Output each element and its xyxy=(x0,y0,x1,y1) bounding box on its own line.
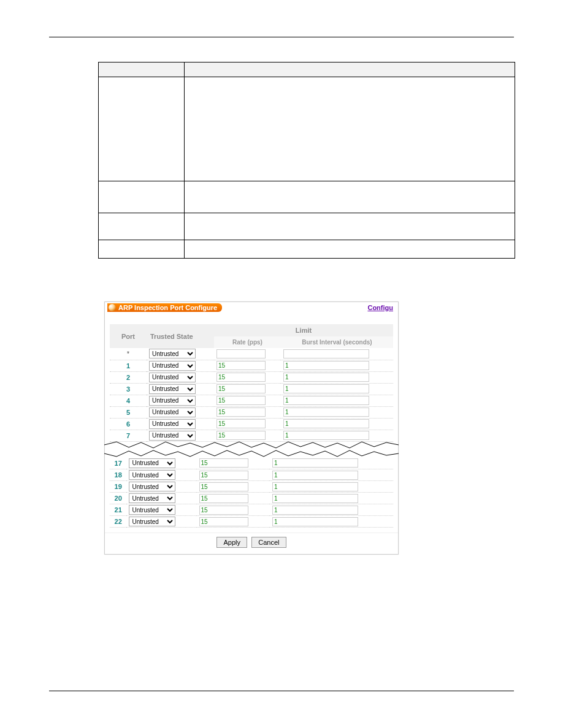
trusted-state-select[interactable]: Untrusted xyxy=(149,384,196,394)
port-cell: 5 xyxy=(110,406,147,418)
burst-cell xyxy=(281,348,393,360)
rate-cell xyxy=(214,383,281,395)
trusted-state-select[interactable]: Untrusted xyxy=(129,493,175,503)
rate-cell xyxy=(214,418,281,430)
rate-input[interactable] xyxy=(216,396,266,405)
rate-cell xyxy=(214,360,281,371)
burst-input[interactable] xyxy=(283,431,369,440)
rate-input[interactable] xyxy=(216,349,266,358)
button-row: Apply Cancel xyxy=(105,533,398,554)
burst-input[interactable] xyxy=(272,517,358,526)
rate-input[interactable] xyxy=(216,431,266,440)
trusted-state-select[interactable]: Untrusted xyxy=(149,396,196,406)
trusted-state-select[interactable]: Untrusted xyxy=(129,458,175,468)
burst-cell xyxy=(281,418,393,430)
top-rule xyxy=(49,37,514,37)
rate-input[interactable] xyxy=(216,419,266,428)
table-row: 4Untrusted xyxy=(110,395,393,406)
rate-input[interactable] xyxy=(199,471,248,480)
burst-input[interactable] xyxy=(283,384,369,393)
trusted-state-select[interactable]: Untrusted xyxy=(149,408,196,417)
burst-input[interactable] xyxy=(283,396,369,405)
desc-row-desc xyxy=(185,77,515,181)
burst-cell xyxy=(281,406,393,418)
port-cell: 1 xyxy=(110,360,147,371)
desc-header-desc xyxy=(185,63,515,77)
trusted-state-select[interactable]: Untrusted xyxy=(149,373,196,382)
rate-input[interactable] xyxy=(199,506,248,515)
trusted-state-cell: Untrusted xyxy=(126,504,196,516)
header-burst: Burst Interval (seconds) xyxy=(281,336,393,348)
header-port: Port xyxy=(110,324,147,348)
desc-row-label xyxy=(99,181,185,213)
rate-input[interactable] xyxy=(199,517,248,526)
trusted-state-cell: Untrusted xyxy=(147,348,214,360)
trusted-state-select[interactable]: Untrusted xyxy=(149,349,196,358)
table-row: 18Untrusted xyxy=(110,469,393,481)
burst-cell xyxy=(281,371,393,383)
rate-cell xyxy=(214,406,281,418)
burst-cell xyxy=(270,469,393,481)
rate-input[interactable] xyxy=(216,373,266,382)
table-row: 1Untrusted xyxy=(110,360,393,371)
burst-cell xyxy=(281,395,393,406)
cancel-button[interactable]: Cancel xyxy=(251,537,286,548)
rate-input[interactable] xyxy=(216,361,266,370)
burst-input[interactable] xyxy=(272,471,358,480)
rate-cell xyxy=(197,458,270,469)
arp-inspection-panel: ARP Inspection Port Configure Configu Po… xyxy=(104,301,399,555)
burst-input[interactable] xyxy=(283,361,369,370)
trusted-state-select[interactable]: Untrusted xyxy=(149,361,196,371)
trusted-state-select[interactable]: Untrusted xyxy=(129,482,175,491)
burst-input[interactable] xyxy=(283,408,369,417)
configure-link[interactable]: Configu xyxy=(367,304,393,311)
bottom-rule xyxy=(49,691,514,691)
panel-titlebar: ARP Inspection Port Configure Configu xyxy=(105,302,398,313)
desc-row-label xyxy=(99,213,185,240)
trusted-state-cell: Untrusted xyxy=(126,516,196,528)
trusted-state-cell: Untrusted xyxy=(147,383,214,395)
rate-cell xyxy=(197,516,270,528)
rate-input[interactable] xyxy=(199,482,248,491)
trusted-state-select[interactable]: Untrusted xyxy=(129,505,175,515)
trusted-state-select[interactable]: Untrusted xyxy=(129,517,175,526)
burst-input[interactable] xyxy=(283,373,369,382)
table-row: 20Untrusted xyxy=(110,493,393,504)
rate-cell xyxy=(214,348,281,360)
burst-input[interactable] xyxy=(272,506,358,515)
burst-input[interactable] xyxy=(283,419,369,428)
rate-input[interactable] xyxy=(216,384,266,393)
trusted-state-cell: Untrusted xyxy=(147,395,214,406)
description-table xyxy=(98,62,515,259)
trusted-state-cell: Untrusted xyxy=(126,469,196,481)
table-row: 3Untrusted xyxy=(110,383,393,395)
burst-cell xyxy=(270,493,393,504)
desc-row-desc xyxy=(185,213,515,240)
desc-header-label xyxy=(99,63,185,77)
rate-cell xyxy=(197,481,270,493)
header-rate: Rate (pps) xyxy=(214,336,281,348)
port-cell: 20 xyxy=(110,493,126,504)
trusted-state-select[interactable]: Untrusted xyxy=(149,419,196,429)
burst-input[interactable] xyxy=(272,458,358,468)
port-cell: 2 xyxy=(110,371,147,383)
burst-input[interactable] xyxy=(272,482,358,491)
port-cell: 17 xyxy=(110,458,126,469)
rate-input[interactable] xyxy=(199,494,248,503)
table-row: 7Untrusted xyxy=(110,430,393,441)
rate-cell xyxy=(197,504,270,516)
rate-input[interactable] xyxy=(216,408,266,417)
port-cell: 6 xyxy=(110,418,147,430)
burst-cell xyxy=(281,360,393,371)
port-cell: 7 xyxy=(110,430,147,441)
burst-input[interactable] xyxy=(283,349,369,358)
trusted-state-select[interactable]: Untrusted xyxy=(149,431,196,441)
desc-row-desc xyxy=(185,240,515,259)
trusted-state-select[interactable]: Untrusted xyxy=(129,470,175,480)
apply-button[interactable]: Apply xyxy=(216,537,247,548)
rate-input[interactable] xyxy=(199,458,248,468)
table-row: *Untrusted xyxy=(110,348,393,360)
table-row: 21Untrusted xyxy=(110,504,393,516)
trusted-state-cell: Untrusted xyxy=(126,458,196,469)
burst-input[interactable] xyxy=(272,494,358,503)
